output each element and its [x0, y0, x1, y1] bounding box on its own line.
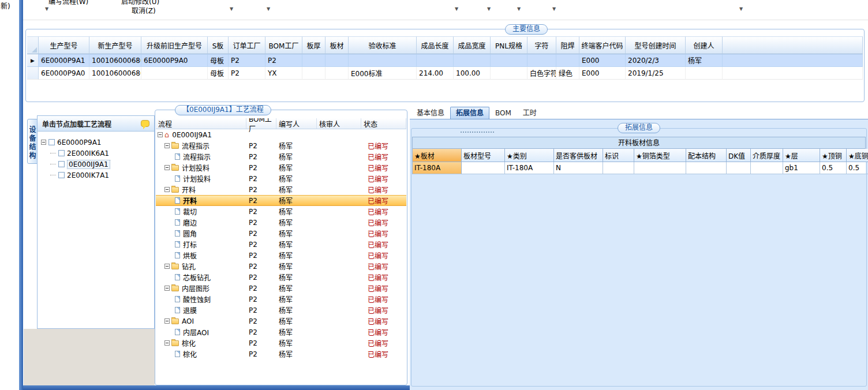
flow-factory-cell: P2	[246, 337, 276, 348]
ext-cell: 0.5	[847, 162, 868, 174]
flow-row[interactable]: 打标P2杨军已编写	[156, 239, 406, 250]
expander-icon[interactable]	[158, 132, 163, 137]
column-header[interactable]: 板厚	[302, 36, 326, 54]
flow-column-header[interactable]: 核审人	[317, 118, 361, 129]
flow-row[interactable]: 开料P2杨军已编写	[156, 184, 406, 195]
toolbar-dropdown-arrow-icon[interactable]: ▼	[455, 6, 458, 12]
grid-corner-cell[interactable]	[27, 36, 39, 54]
tree-node-label: 0E000IJ9A1	[67, 160, 110, 169]
flow-status-cell: 已编写	[361, 140, 406, 151]
expander-icon[interactable]	[41, 140, 46, 145]
ext-column-header[interactable]: ★底铜	[847, 149, 868, 162]
column-header[interactable]: S板	[208, 36, 229, 54]
tree-node[interactable]: 0E000IJ9A1	[38, 159, 154, 170]
tab-工时[interactable]: 工时	[517, 107, 542, 119]
ext-column-header[interactable]: ★铜箔类型	[634, 149, 686, 162]
column-header[interactable]: 创建人	[686, 36, 723, 54]
flow-row[interactable]: 计划投料P2杨军已编写	[156, 162, 406, 173]
flow-row[interactable]: 磨边P2杨军已编写	[156, 217, 406, 228]
column-header[interactable]: 订单工厂	[229, 36, 265, 54]
expander-icon[interactable]	[164, 187, 170, 192]
flow-row[interactable]: 钻孔P2杨军已编写	[156, 261, 406, 272]
flow-tree-cell: 棕化	[156, 348, 246, 359]
tab-基本信息[interactable]: 基本信息	[411, 107, 450, 119]
column-header[interactable]: 成品宽度	[454, 36, 491, 54]
toolbar-dropdown-arrow-icon[interactable]: ▼	[739, 6, 743, 12]
node-checkbox-icon[interactable]	[48, 139, 55, 145]
flow-row[interactable]: 酸性蚀刻P2杨军已编写	[156, 294, 406, 305]
column-header[interactable]: 新生产型号	[89, 36, 141, 54]
flow-row[interactable]: 流程指示P2杨军已编写	[156, 151, 406, 162]
main-grid-row[interactable]: ▶6E0000P9A1100106000686836E0000P9A0母板P2P…	[27, 54, 863, 67]
node-checkbox-icon[interactable]	[58, 161, 65, 167]
flow-row[interactable]: 内层AOIP2杨军已编写	[156, 327, 406, 337]
tab-equipment-structure[interactable]: 设备结构	[27, 119, 38, 164]
column-header[interactable]: BOM工厂	[265, 36, 302, 54]
toolbar-button-cancel[interactable]: 取消(Z)	[132, 5, 156, 15]
column-header[interactable]: 字符	[527, 36, 556, 54]
expander-icon[interactable]	[164, 264, 170, 269]
flow-row[interactable]: 退膜P2杨军已编写	[156, 305, 406, 316]
toolbar-dropdown-arrow-icon[interactable]: ▼	[267, 6, 270, 12]
toolbar-dropdown-arrow-icon[interactable]: ▼	[230, 6, 233, 12]
tree-node[interactable]: 6E0000P9A1	[38, 137, 154, 148]
column-header[interactable]: 终端客户代码	[579, 36, 626, 54]
column-header[interactable]: 阻焊	[556, 36, 579, 54]
toolbar-dropdown-arrow-icon[interactable]: ▼	[45, 6, 48, 12]
column-header[interactable]: 升级前旧生产型号	[141, 36, 208, 54]
ext-table-row[interactable]: IT-180AIT-180ANgb10.50.5	[412, 162, 866, 174]
column-header[interactable]: 验收标准	[349, 36, 417, 54]
column-header[interactable]: 生产型号	[39, 36, 89, 54]
expander-icon[interactable]	[164, 340, 170, 346]
column-header[interactable]: 成品长度	[417, 36, 454, 54]
grid-cell: 6E0000P9A0	[39, 67, 89, 80]
expander-icon[interactable]	[164, 318, 170, 324]
node-checkbox-icon[interactable]	[58, 172, 65, 178]
tree-node[interactable]: 2E000IK6A1	[38, 148, 154, 159]
flow-row[interactable]: 棕化P2杨军已编写	[156, 348, 406, 359]
expander-icon[interactable]	[164, 143, 170, 148]
main-grid-row[interactable]: 6E0000P9A010010600068683母板P2YXE000标准214.…	[27, 67, 863, 80]
ext-column-header[interactable]: 是否客供板材	[554, 149, 603, 162]
flow-row[interactable]: AOIP2杨军已编写	[156, 316, 406, 327]
flow-row[interactable]: 芯板钻孔P2杨军已编写	[156, 272, 406, 283]
expander-icon[interactable]	[164, 286, 170, 291]
ext-column-header[interactable]: 标识	[603, 149, 634, 162]
expander-icon[interactable]	[164, 165, 170, 170]
tab-拓展信息[interactable]: 拓展信息	[450, 107, 489, 119]
main-grid-header-row: 生产型号新生产型号升级前旧生产型号S板订单工厂BOM工厂板厚板材验收标准成品长度…	[27, 36, 863, 54]
flow-row[interactable]: 计划投料P2杨军已编写	[156, 173, 406, 184]
toolbar-dropdown-arrow-icon[interactable]: ▼	[487, 6, 491, 12]
column-header[interactable]: 板材	[326, 36, 349, 54]
flow-row[interactable]: 内层图形P2杨军已编写	[156, 283, 406, 294]
flow-status-cell: 已编写	[361, 195, 406, 206]
flow-column-header[interactable]: 状态	[361, 118, 406, 129]
ext-column-header[interactable]: 配本结构	[686, 149, 727, 162]
flow-column-header[interactable]: BOM工厂	[246, 118, 276, 129]
flow-row[interactable]: ⌂0E000IJ9A1	[156, 129, 406, 140]
toolbar-button-write-flow[interactable]: 编写流程(W)	[48, 0, 88, 6]
ext-column-header[interactable]: ★顶铜	[820, 149, 847, 162]
ext-column-header[interactable]: 板材型号	[462, 149, 505, 162]
toolbar-dropdown-arrow-icon[interactable]: ▼	[552, 6, 556, 12]
ext-column-header[interactable]: ★板材	[413, 149, 462, 162]
ext-column-header[interactable]: ★类别	[505, 149, 554, 162]
ext-column-header[interactable]: DK值	[727, 149, 751, 162]
flow-row[interactable]: 圆角P2杨军已编写	[156, 228, 406, 239]
tab-BOM[interactable]: BOM	[489, 107, 517, 119]
toolbar-dropdown-arrow-icon[interactable]: ▼	[517, 6, 521, 12]
flow-row[interactable]: 开料P2杨军已编写	[156, 195, 406, 206]
flow-row[interactable]: 棕化P2杨军已编写	[156, 337, 406, 348]
column-header[interactable]: 型号创建时间	[626, 36, 686, 54]
flow-tree-cell: ⌂0E000IJ9A1	[156, 129, 246, 140]
tree-node[interactable]: 2E000IK7A1	[38, 170, 154, 181]
flow-row[interactable]: 裁切P2杨军已编写	[156, 206, 406, 217]
node-checkbox-icon[interactable]	[58, 150, 65, 156]
ext-column-header[interactable]: 介质厚度	[751, 149, 783, 162]
ext-column-header[interactable]: ★层	[783, 149, 820, 162]
flow-row[interactable]: 烘板P2杨军已编写	[156, 250, 406, 261]
column-header[interactable]: PNL规格	[491, 36, 527, 54]
flow-column-header[interactable]: 编写人	[276, 118, 317, 129]
flow-row[interactable]: 流程指示P2杨军已编写	[156, 140, 406, 151]
flow-column-header[interactable]: 流程	[156, 118, 246, 129]
